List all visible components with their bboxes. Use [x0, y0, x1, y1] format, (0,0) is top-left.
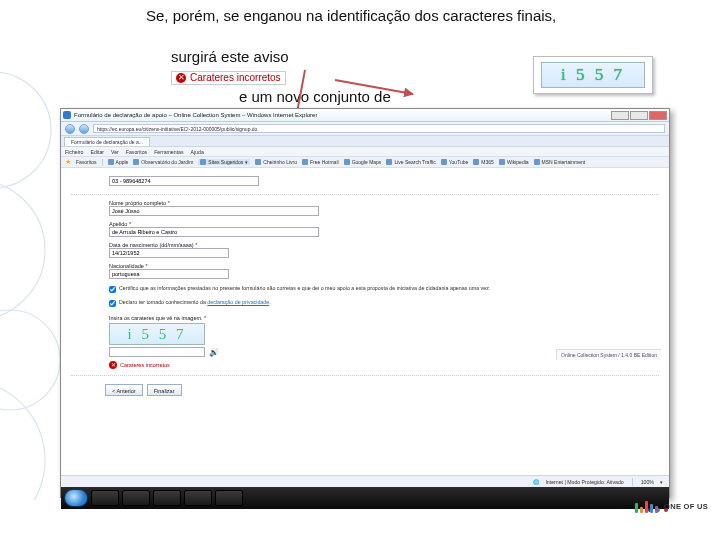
start-button[interactable] [64, 489, 88, 507]
text-line-1: Se, porém, se enganou na identificação d… [146, 7, 556, 24]
favorites-label[interactable]: Favoritos [76, 159, 97, 165]
surname-input[interactable] [109, 227, 319, 237]
address-bar-row: https://ec.europa.eu/citizens-initiative… [61, 122, 669, 136]
fav-item-wiki[interactable]: Wikipedia [499, 159, 529, 165]
svg-point-0 [0, 72, 51, 188]
close-button[interactable] [649, 111, 667, 120]
nationality-label: Nacionalidade [109, 263, 144, 269]
error-badge-inline: ✕ Carateres incorretos [171, 71, 286, 85]
taskbar-app-1[interactable] [91, 490, 119, 506]
fav-item-suggested[interactable]: Sites Sugeridos ▾ [198, 159, 250, 165]
page-content: Nome próprio completo * Apelido * Data d… [61, 168, 669, 475]
ie-status-bar: 🌐 Internet | Modo Protegido: Ativado 100… [61, 475, 669, 487]
window-titlebar: Formulário de declaração de apoio – Onli… [61, 109, 669, 122]
minimize-button[interactable] [611, 111, 629, 120]
back-button[interactable] [65, 124, 75, 134]
fav-item-apple[interactable]: Apple [108, 159, 129, 165]
menu-help[interactable]: Ajuda [191, 149, 204, 155]
captcha-zoom-image: i 5 5 7 [541, 62, 645, 88]
address-bar[interactable]: https://ec.europa.eu/citizens-initiative… [93, 124, 665, 133]
favorites-star-icon[interactable]: ★ [65, 158, 71, 166]
captcha-input[interactable] [109, 347, 205, 357]
dob-input[interactable] [109, 248, 229, 258]
privacy-link[interactable]: declaração de privacidade [207, 299, 269, 305]
id-number-input[interactable] [109, 176, 259, 186]
taskbar-app-5[interactable] [215, 490, 243, 506]
error-badge-label: Carateres incorretos [190, 71, 281, 85]
fav-item-m365[interactable]: M365 [473, 159, 494, 165]
forward-button[interactable] [79, 124, 89, 134]
surname-label: Apelido [109, 221, 127, 227]
name-input[interactable] [109, 206, 319, 216]
menu-file[interactable]: Ficheiro [65, 149, 83, 155]
browser-tab[interactable]: Formulário de declaração de a... [64, 137, 150, 146]
captcha-image: i 5 5 7 [109, 323, 205, 345]
windows-taskbar [61, 487, 669, 509]
text-line-2a: surgirá este aviso [171, 48, 289, 65]
zone-icon: 🌐 [533, 479, 539, 485]
tab-strip: Formulário de declaração de a... [61, 136, 669, 147]
menu-edit[interactable]: Editar [90, 149, 104, 155]
browser-window: Formulário de declaração de apoio – Onli… [60, 108, 670, 498]
menu-favorites[interactable]: Favoritos [126, 149, 147, 155]
captcha-error-row: ✕ Carateres incorretos [109, 361, 659, 369]
certify-text: Certifico que as informações prestadas n… [119, 285, 490, 291]
svg-point-1 [0, 180, 45, 320]
captcha-zoom-callout: i 5 5 7 [533, 56, 653, 94]
text-line-2b: e um novo conjunto de [239, 88, 391, 105]
favorites-bar: ★ Favoritos Apple Observatório do Jardim… [61, 157, 669, 168]
fav-item-traffic[interactable]: Live Search Traffic [386, 159, 435, 165]
fav-item-youtube[interactable]: YouTube [441, 159, 469, 165]
fav-item-maps[interactable]: Google Maps [344, 159, 382, 165]
dob-label: Data de nascimento (dd/mm/aaaa) [109, 242, 194, 248]
privacy-checkbox[interactable] [109, 300, 116, 307]
captcha-audio-icon[interactable]: 🔊 [209, 348, 219, 357]
maximize-button[interactable] [630, 111, 648, 120]
taskbar-app-4[interactable] [184, 490, 212, 506]
status-zone: Internet | Modo Protegido: Ativado [545, 479, 623, 485]
menu-view[interactable]: Ver [111, 149, 119, 155]
name-label: Nome próprio completo [109, 200, 166, 206]
one-of-us-logo: ONE OF US [628, 502, 708, 530]
taskbar-app-3[interactable] [153, 490, 181, 506]
error-x-icon: ✕ [176, 73, 186, 83]
svg-point-3 [0, 380, 45, 500]
error-icon: ✕ [109, 361, 117, 369]
system-footer: Online Collection System / 1.4.0 BE Edit… [556, 349, 661, 360]
finish-button[interactable]: Finalizar [147, 384, 182, 396]
taskbar-app-2[interactable] [122, 490, 150, 506]
prev-button[interactable]: < Anterior [105, 384, 143, 396]
zoom-level[interactable]: 100% [641, 479, 654, 485]
privacy-text: Declaro ter tomado conhecimento da decla… [119, 299, 271, 305]
fav-item-cheirinho[interactable]: Cheirinho Livro [255, 159, 297, 165]
certify-checkbox[interactable] [109, 286, 116, 293]
fav-item-msn[interactable]: MSN Entertainment [534, 159, 586, 165]
fav-item-obs[interactable]: Observatório do Jardim [133, 159, 193, 165]
menu-tools[interactable]: Ferramentas [154, 149, 183, 155]
svg-point-2 [0, 310, 60, 410]
menu-bar: Ficheiro Editar Ver Favoritos Ferramenta… [61, 147, 669, 157]
window-title: Formulário de declaração de apoio – Onli… [74, 112, 317, 118]
nationality-input[interactable] [109, 269, 229, 279]
fav-item-hotmail[interactable]: Free Hotmail [302, 159, 339, 165]
captcha-label: Insira os carateres que vê na imagem. [109, 315, 203, 321]
app-icon [63, 111, 71, 119]
captcha-error-text: Carateres incorretos [120, 362, 170, 368]
